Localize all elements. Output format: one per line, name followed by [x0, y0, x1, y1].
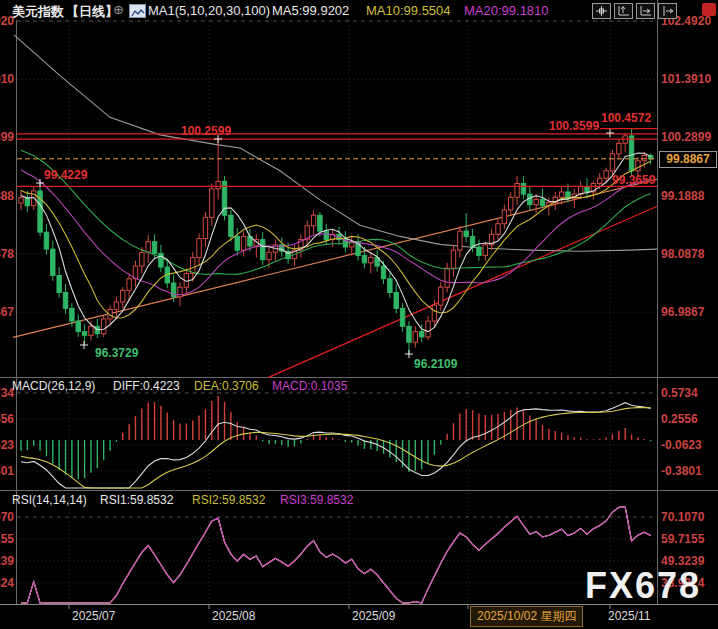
rsi-tick-label-left: 70.1070: [0, 510, 14, 524]
expand-icon[interactable]: ⊕: [113, 2, 124, 17]
macd-tick-label: 0.5734: [661, 386, 698, 400]
chart-window: { "header": { "title": "美元指数", "period":…: [0, 0, 718, 629]
rsi-tick-label-left: 38.9324: [0, 576, 14, 590]
rsi-title: RSI(14,14,14): [12, 494, 87, 507]
shift-right-icon[interactable]: [658, 3, 677, 19]
macd-tick-label-left: 0.2556: [0, 412, 14, 426]
macd-tick-label: -0.3801: [661, 464, 702, 478]
price-annotation: 100.2599: [181, 124, 231, 138]
macd-tick-label: -0.0623: [661, 438, 702, 452]
macd-tick-label-left: -0.0623: [0, 438, 14, 452]
time-label: 2025/08: [212, 609, 255, 623]
macd-value: MACD:0.1035: [272, 380, 347, 393]
axis-scroll-icon[interactable]: [636, 3, 655, 19]
ma10-value: MA10:99.5504: [366, 3, 451, 18]
price-tick-label-left: 101.3910: [0, 72, 14, 86]
time-label: 2025/11: [608, 609, 651, 623]
grid-layer: [17, 21, 657, 609]
instrument-title: 美元指数: [12, 3, 64, 21]
ma100-line: [14, 35, 657, 251]
price-tick-label: 96.9867: [661, 305, 704, 319]
price-tick-label-left: 99.1888: [0, 189, 14, 203]
macd-tick-label-left: -0.3801: [0, 464, 14, 478]
rsi-tick-label: 59.7155: [661, 532, 704, 546]
price-annotation: 99.3659: [612, 173, 655, 187]
ma-config-label: MA1(5,10,20,30,100): [148, 3, 270, 18]
ma20-value: MA20:99.1810: [464, 3, 549, 18]
price-tick-label-left: 98.0878: [0, 247, 14, 261]
candles-layer: [19, 129, 653, 354]
macd-tick-label-left: 0.5734: [0, 386, 14, 400]
rsi-tick-label: 70.1070: [661, 510, 704, 524]
macd-title: MACD(26,12,9): [12, 380, 95, 393]
price-tick-label: 101.3910: [661, 72, 711, 86]
period-label: 【日线】: [66, 3, 118, 21]
rsi-tick-label-left: 59.7155: [0, 532, 14, 546]
price-annotation: 96.3729: [95, 346, 138, 360]
time-label: 2025/07: [72, 609, 115, 623]
time-label: 2025/09: [352, 609, 395, 623]
price-tick-label: 100.2899: [661, 130, 711, 144]
crosshair-icon[interactable]: [592, 3, 611, 19]
price-tick-label-left: 100.2899: [0, 130, 14, 144]
rsi1-value: RSI1:59.8532: [100, 494, 173, 507]
macd-layer: [21, 396, 651, 488]
app-badge-icon[interactable]: [702, 3, 716, 16]
current-price-badge: 99.8867: [659, 151, 717, 168]
price-annotation: 100.4572: [601, 111, 651, 125]
macd-diff-value: DIFF:0.4223: [113, 380, 180, 393]
macd-tick-label: 0.2556: [661, 412, 698, 426]
rsi-layer: [21, 507, 651, 603]
ma5-value: MA5:99.9202: [272, 3, 349, 18]
axis-zoom-icon[interactable]: [614, 3, 633, 19]
rsi-tick-label-left: 49.3239: [0, 554, 14, 568]
mini-chart-icon[interactable]: [129, 4, 146, 18]
macd-dea-value: DEA:0.3706: [194, 380, 259, 393]
chart-canvas[interactable]: [0, 0, 718, 629]
price-annotation: 100.3599: [549, 119, 599, 133]
rsi3-value: RSI3:59.8532: [280, 494, 353, 507]
watermark-logo: FX678: [585, 565, 701, 607]
price-tick-label: 99.1888: [661, 189, 704, 203]
price-annotation: 96.2109: [414, 357, 457, 371]
rsi2-value: RSI2:59.8532: [192, 494, 265, 507]
price-tick-label: 98.0878: [661, 247, 704, 261]
time-label-highlight: 2025/10/02 星期四: [470, 606, 583, 627]
extreme-markers: [36, 129, 614, 358]
price-tick-label-left: 96.9867: [0, 305, 14, 319]
price-annotation: 99.4229: [44, 168, 87, 182]
